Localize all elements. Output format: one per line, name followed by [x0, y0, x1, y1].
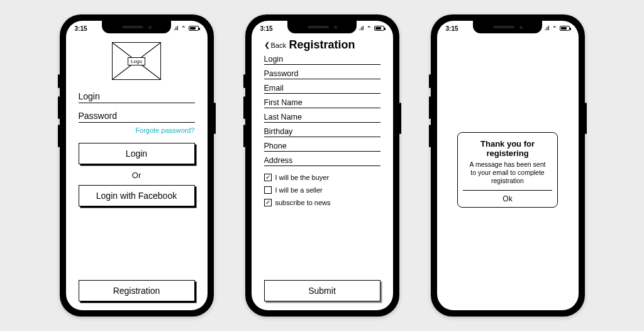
clock-label: 3:15: [260, 25, 273, 32]
back-button[interactable]: ❮ Back: [264, 41, 286, 49]
buyer-label: I will be the buyer: [275, 174, 330, 181]
battery-icon: [560, 26, 570, 31]
news-checkbox-row[interactable]: ✓ subscribe to news: [264, 199, 380, 206]
wifi-icon: ⌃: [367, 25, 372, 31]
device-notch: [102, 21, 171, 33]
reg-lastname-input[interactable]: [264, 111, 380, 123]
submit-button[interactable]: Submit: [264, 280, 380, 301]
dialog-message: A message has been sent to your email to…: [463, 160, 552, 185]
ok-button[interactable]: Ok: [463, 190, 552, 207]
news-label: subscribe to news: [275, 199, 331, 206]
reg-birthday-input[interactable]: [264, 125, 380, 137]
confirmation-dialog: Thank you for registering A message has …: [457, 132, 557, 208]
battery-icon: [189, 26, 199, 31]
chevron-left-icon: ❮: [264, 41, 270, 49]
phone-frame-login: 3:15 ➤ .ıl ⌃ Logo Forgote password? Logi…: [60, 14, 214, 317]
login-input[interactable]: [79, 89, 195, 103]
signal-icon: .ıl: [174, 25, 179, 31]
seller-checkbox-row[interactable]: I will be a seller: [264, 186, 380, 194]
logo-placeholder: Logo: [112, 42, 161, 80]
login-button[interactable]: Login: [79, 143, 195, 164]
signal-icon: .ıl: [359, 25, 364, 31]
wifi-icon: ⌃: [181, 25, 186, 31]
dialog-title: Thank you for registering: [463, 139, 552, 158]
reg-login-input[interactable]: [264, 53, 380, 65]
phone-frame-confirmation: 3:15 ➤ .ıl ⌃ Thank you for registering A…: [431, 14, 585, 317]
reg-address-input[interactable]: [264, 154, 380, 166]
or-separator: Or: [79, 171, 195, 180]
phone-frame-registration: 3:15 ➤ .ıl ⌃ ❮ Back Registration: [245, 14, 399, 317]
checkbox-unchecked-icon: [264, 186, 272, 194]
login-facebook-button[interactable]: Login with Facebook: [79, 185, 195, 206]
wifi-icon: ⌃: [552, 25, 557, 31]
registration-button[interactable]: Registration: [79, 280, 195, 301]
checkbox-checked-icon: ✓: [264, 174, 272, 181]
seller-label: I will be a seller: [275, 186, 323, 194]
buyer-checkbox-row[interactable]: ✓ I will be the buyer: [264, 174, 380, 181]
password-input[interactable]: [79, 108, 195, 123]
device-notch: [473, 21, 542, 33]
checkbox-checked-icon: ✓: [264, 199, 272, 206]
reg-phone-input[interactable]: [264, 140, 380, 152]
clock-label: 3:15: [75, 25, 87, 32]
reg-email-input[interactable]: [264, 82, 380, 94]
clock-label: 3:15: [446, 25, 458, 32]
back-label: Back: [271, 42, 286, 49]
reg-firstname-input[interactable]: [264, 96, 380, 108]
logo-label: Logo: [128, 57, 145, 65]
page-title: Registration: [289, 38, 355, 52]
battery-icon: [374, 26, 384, 31]
device-notch: [287, 21, 357, 33]
reg-password-input[interactable]: [264, 67, 380, 79]
signal-icon: .ıl: [545, 25, 550, 31]
forgot-password-link[interactable]: Forgote password?: [79, 126, 195, 134]
